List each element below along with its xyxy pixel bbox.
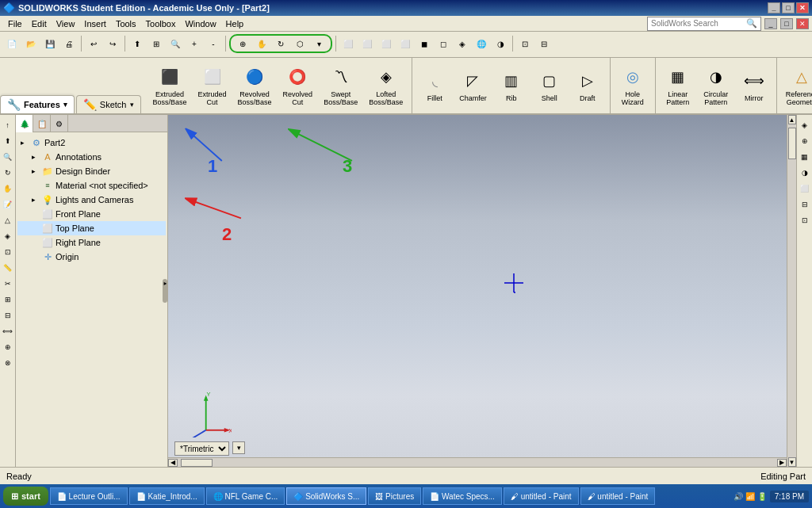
left-tb-select[interactable]: ⬆ [1,134,15,148]
panel-tab-tree[interactable]: 🌲 [16,115,33,132]
ribbon-extruded-cut[interactable]: ⬜ ExtrudedCut [194,62,231,109]
help-close-button[interactable]: ✕ [796,18,809,29]
viewport-scrollbar-v[interactable]: ▲ ▼ [787,115,796,467]
left-tb-mirror2[interactable]: ⟺ [1,324,15,338]
tb-save[interactable]: 💾 [41,35,59,52]
tb-disp1[interactable]: ◼ [416,35,433,52]
menu-file[interactable]: File [3,17,27,30]
menu-toolbox[interactable]: Toolbox [141,17,181,30]
scroll-thumb-h[interactable] [181,459,213,467]
ribbon-lofted-boss[interactable]: ◈ LoftedBoss/Base [365,62,407,109]
left-tb-extra2[interactable]: ⊗ [1,356,15,370]
menu-help[interactable]: Help [221,17,249,30]
left-tb-trim[interactable]: ✂ [1,277,15,291]
search-input[interactable] [651,19,746,28]
taskbar-nfl[interactable]: 🌐 NFL Game C... [206,487,285,505]
scroll-left-btn[interactable]: ◀ [168,459,178,467]
tb-new[interactable]: 📄 [3,35,21,52]
tree-item-material[interactable]: ≡ Material <not specified> [17,178,166,193]
tab-sketch-dropdown[interactable]: ▾ [130,101,134,109]
menu-window[interactable]: Window [180,17,220,30]
menu-view[interactable]: View [52,17,80,30]
tb-view-options[interactable]: ▾ [310,36,327,51]
tree-item-front-plane[interactable]: ⬜ Front Plane [17,207,166,221]
right-tb-1[interactable]: ◈ [798,118,812,132]
menu-edit[interactable]: Edit [27,17,52,30]
tb-rotate[interactable]: ↻ [272,36,289,51]
tb-select[interactable]: ⬆ [128,35,146,52]
tb-open[interactable]: 📂 [22,35,40,52]
viewport-scrollbar-h[interactable]: ◀ ▶ [168,457,787,467]
tb-print[interactable]: 🖨 [60,35,78,52]
tb-view2[interactable]: ⬜ [358,35,376,52]
ribbon-revolved-boss[interactable]: 🔵 RevolvedBoss/Base [234,62,276,109]
solidworks-search[interactable]: 🔍 [647,17,761,31]
minimize-button[interactable]: _ [768,2,780,13]
left-tb-ref[interactable]: △ [1,213,15,227]
expand-design-binder[interactable]: ▸ [32,167,41,175]
left-tb-pan[interactable]: ✋ [1,181,15,196]
tb-view3[interactable]: ⬜ [377,35,395,52]
left-tb-rotate[interactable]: ↻ [1,166,15,180]
ribbon-revolved-cut[interactable]: ⭕ RevolvedCut [279,62,317,109]
panel-tab-property[interactable]: 📋 [33,115,51,132]
left-tb-measure[interactable]: 📏 [1,261,15,275]
ribbon-ref-geometry[interactable]: △ ReferenceGeometry [782,62,812,109]
taskbar-solidworks[interactable]: 🔷 SolidWorks S... [286,487,366,505]
expand-annotations[interactable]: ▸ [32,153,41,161]
tb-view4[interactable]: ⬜ [396,35,414,52]
tree-item-annotations[interactable]: ▸ A Annotations [17,150,166,164]
panel-tab-config[interactable]: ⚙ [51,115,68,132]
close-button[interactable]: ✕ [796,2,809,13]
help-restore-button[interactable]: □ [780,18,793,29]
ribbon-extruded-boss[interactable]: ⬛ ExtrudedBoss/Base [149,62,191,109]
panel-resize-handle[interactable]: ‣ [163,279,167,303]
ribbon-hole-wizard[interactable]: ◎ HoleWizard [615,62,650,109]
ribbon-chamfer[interactable]: ◸ Chamfer [455,62,491,109]
ribbon-draft[interactable]: ▷ Draft [570,62,605,109]
ribbon-circular-pattern[interactable]: ◑ CircularPattern [699,62,733,109]
tb-scene[interactable]: 🌐 [473,35,490,52]
scroll-down-btn[interactable]: ▼ [788,457,796,467]
tb-zoom-area[interactable]: 🔍 [167,35,184,52]
scroll-right-btn[interactable]: ▶ [777,459,787,467]
tree-item-part2[interactable]: ▸ ⚙ Part2 [17,136,166,150]
left-tb-zoom[interactable]: 🔍 [1,150,15,164]
expand-part2[interactable]: ▸ [21,139,30,147]
taskbar-lecture[interactable]: 📄 Lecture Outli... [50,487,128,505]
tb-3d-view[interactable]: ⬡ [291,36,308,51]
tree-item-design-binder[interactable]: ▸ 📁 Design Binder [17,164,166,178]
left-tb-extend[interactable]: ⊞ [1,292,15,307]
help-minimize-button[interactable]: _ [764,18,777,29]
scroll-thumb-v[interactable] [788,128,796,159]
tb-zoom-in[interactable]: + [186,35,203,52]
left-tb-extra[interactable]: ⊕ [1,340,15,354]
tb-view1[interactable]: ⬜ [339,35,357,52]
ribbon-mirror[interactable]: ⟺ Mirror [737,62,772,109]
left-tb-offset[interactable]: ⊟ [1,308,15,323]
right-tb-7[interactable]: ⊡ [798,213,812,227]
left-tb-smart[interactable]: ◈ [1,229,15,243]
tb-zoom-fit[interactable]: ⊞ [147,35,165,52]
left-tb-arrow[interactable]: ↑ [1,118,15,132]
tree-item-top-plane[interactable]: ⬜ Top Plane [17,221,166,235]
ribbon-shell[interactable]: ▢ Shell [532,62,567,109]
tab-features-dropdown[interactable]: ▾ [63,101,67,109]
left-tb-note[interactable]: 📝 [1,197,15,212]
ribbon-swept-boss[interactable]: 〽 SweptBoss/Base [320,62,362,109]
view-selector[interactable]: *Trimetric Front Top Right Isometric [174,441,229,456]
right-tb-5[interactable]: ⬜ [798,181,812,196]
tb-disp2[interactable]: ◻ [435,35,452,52]
tb-appear[interactable]: ◑ [492,35,509,52]
tb-zoom-to-fit[interactable]: ⊕ [234,36,251,51]
right-tb-6[interactable]: ⊟ [798,197,812,212]
tb-extra1[interactable]: ⊡ [516,35,534,52]
ribbon-rib[interactable]: ▥ Rib [494,62,529,109]
tree-item-lights[interactable]: ▸ 💡 Lights and Cameras [17,193,166,207]
right-tb-2[interactable]: ⊕ [798,134,812,148]
tree-item-origin[interactable]: ✛ Origin [17,250,166,264]
taskbar-paint2[interactable]: 🖌 untitled - Paint [580,487,656,505]
start-button[interactable]: ⊞ start [3,487,48,506]
tab-sketch[interactable]: ✏️ Sketch ▾ [76,95,141,113]
tb-pan[interactable]: ✋ [253,36,270,51]
